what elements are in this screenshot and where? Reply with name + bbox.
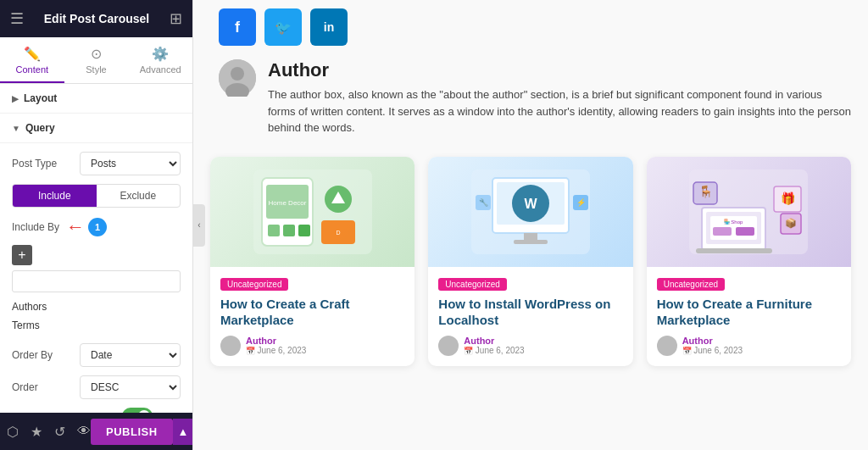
query-section-label: Query <box>25 122 55 134</box>
svg-text:📦: 📦 <box>785 217 797 229</box>
cards-section: Home Decor D Uncategorized How to Create… <box>193 148 868 375</box>
card-wordpress-title: How to Install WordPress on Localhost <box>438 296 622 329</box>
order-row: Order DESC ASC <box>12 375 181 399</box>
card-furniture-date: June 6, 2023 <box>682 346 743 355</box>
grid-icon[interactable]: ⊞ <box>170 9 182 28</box>
card-wordpress-author: Author <box>464 336 524 346</box>
card-craft-meta-info: Author June 6, 2023 <box>246 336 306 355</box>
sidebar-content: ▶ Layout ▼ Query Post Type Posts Pages I… <box>0 84 192 413</box>
include-by-label: Include By <box>12 221 59 233</box>
refresh-icon[interactable]: ↺ <box>54 424 65 440</box>
query-arrow-icon: ▼ <box>12 124 20 133</box>
post-type-select[interactable]: Posts Pages <box>80 152 181 175</box>
svg-text:W: W <box>524 197 537 211</box>
card-craft-title: How to Create a Craft Marketplace <box>220 296 404 329</box>
include-by-row: Include By ← 1 <box>12 216 181 238</box>
query-section-content: Post Type Posts Pages Include Exclude In… <box>0 143 192 413</box>
star-icon[interactable]: ★ <box>31 424 42 440</box>
option-authors[interactable]: Authors <box>12 297 181 316</box>
card-craft-date: June 6, 2023 <box>246 346 306 355</box>
add-button[interactable]: + <box>12 245 32 265</box>
card-craft: Home Decor D Uncategorized How to Create… <box>210 157 415 366</box>
wordpress-illustration: W 🔧 ⚡ <box>463 161 598 263</box>
avatar-icon <box>219 59 256 97</box>
card-wordpress-body: Uncategorized How to Install WordPress o… <box>428 267 632 366</box>
svg-point-1 <box>231 67 244 81</box>
card-furniture: 🏪 Shop 🎁 📦 🪑 Uncategorized How to Create… <box>647 157 851 366</box>
order-by-select[interactable]: Date Title ID <box>80 343 181 367</box>
publish-chevron-button[interactable]: ▲ <box>173 419 193 445</box>
card-wordpress: W 🔧 ⚡ Uncategorized How to Install WordP… <box>428 157 632 366</box>
card-furniture-body: Uncategorized How to Create a Furniture … <box>647 267 851 366</box>
tab-advanced[interactable]: ⚙️ Advanced <box>128 37 192 83</box>
include-by-input[interactable] <box>12 270 181 292</box>
arrow-indicator: ← 1 <box>66 216 107 238</box>
style-tab-icon: ⊙ <box>91 46 102 62</box>
publish-button[interactable]: PUBLISH <box>91 419 173 445</box>
sidebar: ☰ Edit Post Carousel ⊞ ✏️ Content ⊙ Styl… <box>0 0 193 450</box>
author-section: Author The author box, also known as the… <box>193 51 868 148</box>
tab-style[interactable]: ⊙ Style <box>64 37 129 83</box>
collapse-handle[interactable]: ‹ <box>193 204 205 247</box>
tab-content[interactable]: ✏️ Content <box>0 37 64 83</box>
style-tab-label: Style <box>86 64 106 75</box>
card-furniture-meta: Author June 6, 2023 <box>657 336 841 356</box>
card-wordpress-badge: Uncategorized <box>438 278 506 291</box>
linkedin-button[interactable]: in <box>310 8 348 46</box>
sidebar-header: ☰ Edit Post Carousel ⊞ <box>0 0 192 37</box>
twitter-icon: 🐦 <box>275 19 292 36</box>
option-terms[interactable]: Terms <box>12 316 181 335</box>
card-wordpress-meta-info: Author June 6, 2023 <box>464 336 524 355</box>
order-select[interactable]: DESC ASC <box>80 375 181 399</box>
include-tab[interactable]: Include <box>13 185 97 207</box>
main-content: ‹ f 🐦 in Author The author box, also kno… <box>193 0 868 450</box>
order-by-row: Order By Date Title ID <box>12 343 181 367</box>
card-craft-author: Author <box>246 336 306 346</box>
svg-rect-9 <box>298 225 310 236</box>
eye-icon[interactable]: 👁 <box>77 424 91 440</box>
include-exclude-tabs: Include Exclude <box>12 184 181 208</box>
hexagon-icon[interactable]: ⬡ <box>7 424 19 440</box>
card-furniture-title: How to Create a Furniture Marketplace <box>657 296 841 329</box>
publish-area: PUBLISH ▲ <box>91 419 193 445</box>
order-by-label: Order By <box>12 349 80 361</box>
layout-section-header[interactable]: ▶ Layout <box>0 84 192 114</box>
svg-text:🎁: 🎁 <box>781 192 796 206</box>
svg-rect-31 <box>713 227 732 236</box>
advanced-tab-label: Advanced <box>140 64 181 75</box>
sidebar-bottom: ⬡ ★ ↺ 👁 PUBLISH ▲ <box>0 413 192 450</box>
card-furniture-image: 🏪 Shop 🎁 📦 🪑 <box>647 157 851 267</box>
author-info: Author The author box, also known as the… <box>268 59 851 136</box>
card-craft-badge: Uncategorized <box>220 278 288 291</box>
card-furniture-meta-info: Author June 6, 2023 <box>682 336 743 355</box>
svg-rect-32 <box>736 227 754 236</box>
card-craft-meta: Author June 6, 2023 <box>220 336 404 356</box>
twitter-button[interactable]: 🐦 <box>264 8 302 46</box>
exclude-tab[interactable]: Exclude <box>97 185 181 207</box>
sidebar-tabs: ✏️ Content ⊙ Style ⚙️ Advanced <box>0 37 192 84</box>
content-tab-icon: ✏️ <box>24 46 41 62</box>
query-section-header[interactable]: ▼ Query <box>0 114 192 143</box>
svg-text:🏪 Shop: 🏪 Shop <box>724 219 743 225</box>
facebook-button[interactable]: f <box>219 8 256 46</box>
svg-rect-28 <box>696 248 772 253</box>
advanced-tab-icon: ⚙️ <box>152 46 169 62</box>
card-wordpress-avatar <box>438 336 459 356</box>
author-name: Author <box>268 59 851 81</box>
author-bio: The author box, also known as the "about… <box>268 86 851 136</box>
layout-section-label: Layout <box>24 92 57 104</box>
card-furniture-badge: Uncategorized <box>657 278 725 291</box>
author-avatar <box>219 59 256 97</box>
post-type-row: Post Type Posts Pages <box>12 152 181 175</box>
furniture-illustration: 🏪 Shop 🎁 📦 🪑 <box>681 161 816 263</box>
svg-text:D: D <box>336 230 340 236</box>
svg-text:Home Decor: Home Decor <box>268 199 306 207</box>
include-by-badge: 1 <box>88 218 107 236</box>
svg-rect-8 <box>283 225 295 236</box>
svg-text:⚡: ⚡ <box>576 197 586 208</box>
svg-rect-20 <box>514 240 548 244</box>
ignore-sticky-toggle[interactable] <box>122 408 153 413</box>
content-tab-label: Content <box>16 64 49 75</box>
hamburger-icon[interactable]: ☰ <box>10 9 24 28</box>
craft-illustration: Home Decor D <box>245 161 381 263</box>
